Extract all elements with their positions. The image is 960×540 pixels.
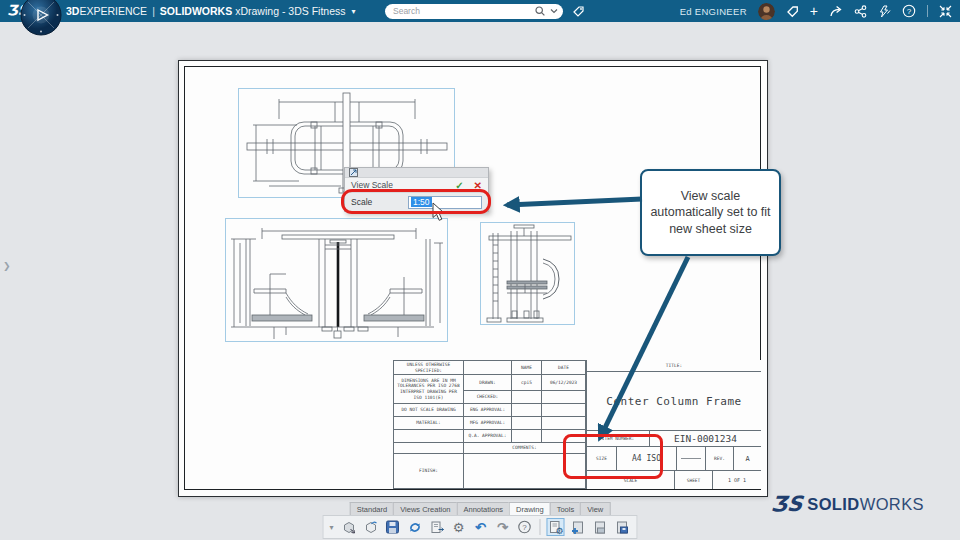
undo-icon[interactable]: ↶ [472,518,490,536]
save-sheet-format-icon[interactable] [613,518,631,536]
tb-gap-cell [677,447,706,470]
topbar: ƷS 3DEXPERIENCE | SOLIDWORKS xDrawing - … [0,0,960,22]
tb-sheet-value: 1 OF 1 [713,471,761,489]
settings-gear-icon[interactable]: ⚙ [450,518,468,536]
redo-icon[interactable]: ↷ [494,518,512,536]
tb-eng-label: ENG APPROVAL: [464,404,512,417]
svg-text:?: ? [522,523,527,532]
solidworks-logo-glyph: ƷS [770,492,804,516]
avatar[interactable] [758,3,775,20]
toolbar-overflow-icon[interactable]: ▾ [329,523,333,532]
tb-checked-label: CHECKED: [464,391,512,404]
tb-drawn-date: 06/12/2023 [542,375,586,391]
solidworks-logo: ƷS SOLIDWORKS [771,492,924,516]
left-panel-expand-icon[interactable]: ❯ [3,261,11,271]
tb-blank [542,404,586,417]
chevron-down-icon[interactable]: ▾ [351,7,355,16]
save-icon[interactable] [384,518,402,536]
user-name[interactable]: Ed ENGINEER [680,6,747,17]
tb-dimensions-note: DIMENSIONS ARE IN MM TOLERANCES PER ISO … [394,375,464,404]
tag-icon[interactable] [786,5,799,18]
view-scale-dialog-icon [349,168,358,177]
tag-search-icon[interactable] [571,4,585,22]
search-input[interactable] [385,6,535,16]
toolbar-divider [540,519,541,535]
sheet-format-icon[interactable] [591,518,609,536]
import-model-icon[interactable] [362,518,380,536]
shortcuts-lightning-icon[interactable] [878,5,891,18]
annotation-callout: View scale automatically set to fit new … [640,169,781,256]
tb-item-value: EIN-0001234 [650,431,761,446]
tb-sheet-label: SHEET [675,471,713,489]
tb-rev-label: REV. [706,447,734,470]
brand-separator: | [152,5,155,17]
help-icon[interactable]: ? [902,4,916,18]
search-box[interactable] [385,4,563,19]
tb-name-header: NAME [512,361,542,375]
annotation-red-circle-size [563,434,663,479]
tb-blank [512,417,542,430]
tb-date-header: DATE [542,361,586,375]
tb-drawn-name: cpi5 [512,375,542,391]
3dexperience-compass[interactable] [20,0,62,36]
tb-rev-value: A [734,447,761,470]
tb-title-label: TITLE: [587,360,761,372]
tb-material-label: MATERIAL: [394,417,464,430]
toolbar-help-icon[interactable]: ? [516,518,534,536]
annotation-red-circle-scale [341,189,491,214]
tb-blank [542,391,586,404]
brand-experience: EXPERIENCE [79,5,147,17]
drawing-view-front[interactable] [225,218,448,342]
tb-title-value: Center Column Frame [587,372,761,431]
tb-blank [542,417,586,430]
solidworks-logo-bold: SOLID [807,495,859,513]
tb-blank [464,361,512,375]
svg-text:?: ? [907,7,912,16]
tb-blank [512,404,542,417]
solidworks-logo-light: WORKS [860,495,924,513]
tb-blank [394,443,464,454]
collaborate-network-icon[interactable] [854,5,867,18]
page-setup-icon[interactable] [428,518,446,536]
drawing-toolbar: ▾ ⚙ ↶ ↷ ? ⚙ [322,515,637,539]
svg-text:⚙: ⚙ [555,526,563,535]
tb-finish-label: FINISH: [394,454,464,489]
app-title[interactable]: 3DEXPERIENCE | SOLIDWORKS xDrawing - 3DS… [66,0,356,22]
reload-icon[interactable] [406,518,424,536]
tb-mfg-label: MFG APPROVAL: [464,417,512,430]
sheet-properties-icon[interactable]: ⚙ [547,518,565,536]
add-icon[interactable]: + [810,4,818,18]
tb-unless: UNLESS OTHERWISE SPECIFIED: [394,361,464,375]
share-icon[interactable] [829,5,843,18]
tb-no-scale: DO NOT SCALE DRAWING [394,404,464,417]
tb-blank [512,391,542,404]
brand-solidworks: SOLIDWORKS [160,5,232,17]
export-model-icon[interactable] [340,518,358,536]
search-icon[interactable] [535,6,545,16]
topbar-divider [927,5,928,17]
tb-blank [512,430,542,443]
add-sheet-icon[interactable] [569,518,587,536]
tb-qa-label: Q.A. APPROVAL: [464,430,512,443]
collapse-fullscreen-icon[interactable] [939,5,952,18]
tb-blank [394,430,464,443]
drawing-view-side[interactable] [480,222,575,325]
app-context-label: xDrawing - 3DS Fitness [235,5,345,17]
app-window: ƷS 3DEXPERIENCE | SOLIDWORKS xDrawing - … [0,0,960,540]
brand-3d: 3D [66,5,79,17]
tb-drawn-label: DRAWN: [464,375,512,391]
search-options-chevron-icon[interactable] [550,8,558,14]
